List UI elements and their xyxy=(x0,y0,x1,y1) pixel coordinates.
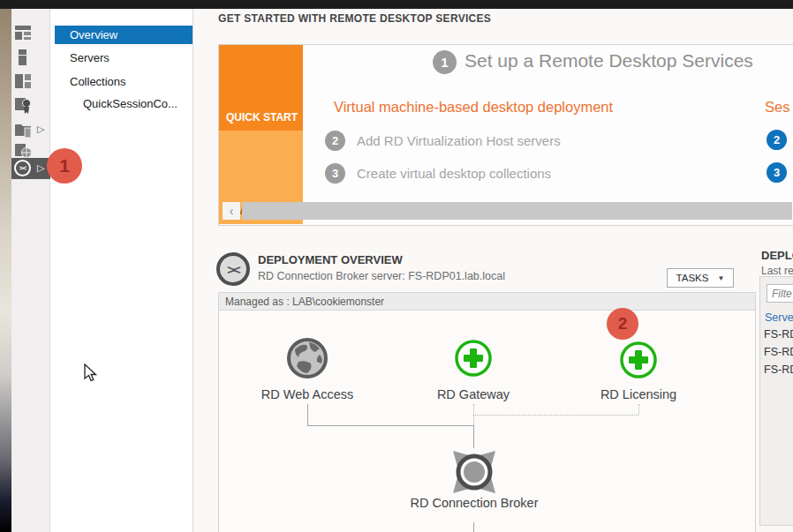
connector-licensing-horizontal-dotted xyxy=(473,415,638,416)
window-top-bar xyxy=(0,0,793,9)
server-row[interactable]: FS-RD xyxy=(764,346,793,358)
sidebar-item-servers[interactable]: Servers xyxy=(70,51,110,64)
remote-desktop-services-icon: >< xyxy=(14,160,31,176)
server-row[interactable]: FS-RD xyxy=(764,363,793,376)
rd-gateway-add-plus-icon[interactable] xyxy=(454,339,493,378)
dropdown-caret-icon: ▼ xyxy=(717,274,724,282)
rd-connection-broker-icon[interactable] xyxy=(449,447,499,497)
connector-webaccess-horizontal xyxy=(307,425,473,426)
rd-gateway-label: RD Gateway xyxy=(403,387,544,401)
tasks-dropdown-label: TASKS xyxy=(676,273,709,283)
vm-step-2-link[interactable]: Add RD Virtualization Host servers xyxy=(357,133,561,148)
session-deployment-heading: Ses xyxy=(765,99,789,116)
connector-broker-down xyxy=(473,522,474,532)
vm-step-3-link[interactable]: Create virtual desktop collections xyxy=(357,166,551,181)
step-1-text: Set up a Remote Desktop Services xyxy=(464,50,753,71)
session-step-2-circle[interactable]: 2 xyxy=(767,130,787,150)
rds-expand-arrow-icon[interactable]: ▷ xyxy=(37,162,44,174)
rd-web-access-label: RD Web Access xyxy=(237,387,378,401)
file-storage-services-icon[interactable] xyxy=(13,120,33,139)
sidebar-item-quicksessioncollection[interactable]: QuickSessionCo... xyxy=(83,97,177,110)
deployment-servers-subtitle: Last ref xyxy=(761,265,793,277)
deployment-servers-title: DEPLO xyxy=(761,249,793,262)
sidebar-item-collections[interactable]: Collections xyxy=(70,75,126,88)
session-step-3-circle[interactable]: 3 xyxy=(767,162,787,183)
rd-licensing-add-plus-icon[interactable] xyxy=(619,341,658,379)
step-1-circle: 1 xyxy=(433,50,457,74)
mouse-cursor xyxy=(84,363,98,386)
vm-deployment-heading: Virtual machine-based desktop deployment xyxy=(334,99,613,116)
vm-step-3-circle: 3 xyxy=(325,163,345,184)
rd-connection-broker-label: RD Connection Broker xyxy=(386,496,563,510)
deployment-overview-subtitle: RD Connection Broker server: FS-RDP01.la… xyxy=(258,270,505,282)
server-row[interactable]: FS-RD xyxy=(764,328,793,341)
scroll-left-button[interactable]: ‹ xyxy=(223,202,240,220)
local-server-icon[interactable] xyxy=(13,48,33,67)
horizontal-scrollbar-thumb[interactable] xyxy=(242,202,792,220)
rds-logo-icon: >< xyxy=(216,252,250,286)
deployment-overview-title: DEPLOYMENT OVERVIEW xyxy=(258,253,403,266)
all-servers-icon[interactable] xyxy=(13,71,33,91)
connector-webaccess-down xyxy=(307,404,308,425)
rd-licensing-label: RD Licensing xyxy=(568,387,709,401)
tab-quick-start[interactable]: QUICK START xyxy=(219,45,303,131)
page-title: GET STARTED WITH REMOTE DESKTOP SERVICES xyxy=(218,12,491,25)
annotation-badge-1: 1 xyxy=(47,148,82,184)
tasks-dropdown-button[interactable]: TASKS ▼ xyxy=(667,268,734,288)
sidebar-item-overview[interactable]: Overview xyxy=(55,26,193,44)
dashboard-icon[interactable] xyxy=(13,23,33,42)
annotation-badge-2: 2 xyxy=(607,308,638,340)
file-storage-expand-arrow-icon[interactable]: ▷ xyxy=(37,124,44,135)
desktop-background-sliver xyxy=(0,9,11,532)
sidebar-item-rds-row[interactable]: >< ▷ xyxy=(11,158,50,179)
server-column-header[interactable]: Serve xyxy=(765,311,793,324)
server-manager-window: ▷ >< ▷ 1 Overview Servers Collections Qu… xyxy=(0,0,793,532)
vm-step-2-circle: 2 xyxy=(325,131,345,151)
tab-quick-start-label: QUICK START xyxy=(226,111,298,124)
connector-licensing-down-dotted xyxy=(638,404,639,415)
ad-ds-icon[interactable] xyxy=(13,95,33,115)
managed-as-bar: Managed as : LAB\cookiemonster xyxy=(219,293,755,311)
server-filter-input[interactable] xyxy=(767,284,793,303)
connector-center-to-broker xyxy=(473,425,474,448)
globe-icon[interactable] xyxy=(286,337,329,379)
